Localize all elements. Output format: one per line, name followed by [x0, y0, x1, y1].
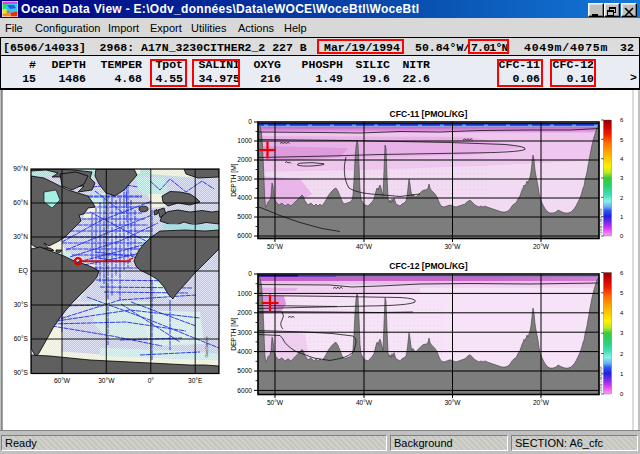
svg-text:CFC-12 [PMOL/KG]: CFC-12 [PMOL/KG] [389, 261, 467, 271]
svg-text:5000: 5000 [237, 213, 252, 220]
svg-text:2000: 2000 [237, 156, 252, 163]
svg-text:30°W: 30°W [444, 399, 461, 406]
svg-text:30°E: 30°E [188, 377, 203, 384]
svg-text:3000: 3000 [237, 175, 252, 182]
svg-text:30°S: 30°S [14, 301, 29, 308]
svg-text:90°S: 90°S [14, 369, 29, 376]
svg-text:6000: 6000 [237, 387, 252, 394]
svg-text:60°S: 60°S [14, 335, 29, 342]
svg-text:30°W: 30°W [444, 243, 461, 250]
svg-text:20°W: 20°W [533, 399, 550, 406]
svg-text:0: 0 [248, 270, 252, 277]
svg-text:4000: 4000 [237, 194, 252, 201]
svg-text:50°W: 50°W [267, 399, 284, 406]
svg-text:1000: 1000 [237, 290, 252, 297]
svg-text:Ocean Data View: Ocean Data View [205, 336, 209, 357]
svg-text:1000: 1000 [237, 137, 252, 144]
svg-text:40°W: 40°W [356, 399, 373, 406]
svg-text:20°W: 20°W [533, 243, 550, 250]
svg-text:CFC-11 [PMOL/KG]: CFC-11 [PMOL/KG] [390, 109, 468, 119]
svg-text:DEPTH [M]: DEPTH [M] [231, 163, 239, 197]
svg-text:60°W: 60°W [54, 377, 71, 384]
svg-text:2000: 2000 [237, 309, 252, 316]
svg-text:50°W: 50°W [267, 243, 284, 250]
svg-text:6000: 6000 [237, 232, 252, 239]
svg-text:Ocean Data View: Ocean Data View [599, 366, 603, 392]
svg-text:5000: 5000 [237, 367, 252, 374]
svg-text:30°W: 30°W [98, 377, 115, 384]
svg-text:30°N: 30°N [13, 233, 28, 240]
svg-text:Ocean Data View: Ocean Data View [599, 208, 603, 234]
svg-text:0: 0 [248, 118, 252, 125]
svg-text:3000: 3000 [237, 329, 252, 336]
svg-text:0°: 0° [148, 377, 155, 384]
svg-text:EQ: EQ [18, 267, 28, 275]
svg-text:DEPTH [M]: DEPTH [M] [231, 317, 239, 351]
svg-text:4000: 4000 [237, 348, 252, 355]
svg-text:40°W: 40°W [356, 243, 373, 250]
svg-text:90°N: 90°N [13, 165, 28, 172]
svg-text:60°N: 60°N [13, 199, 28, 206]
